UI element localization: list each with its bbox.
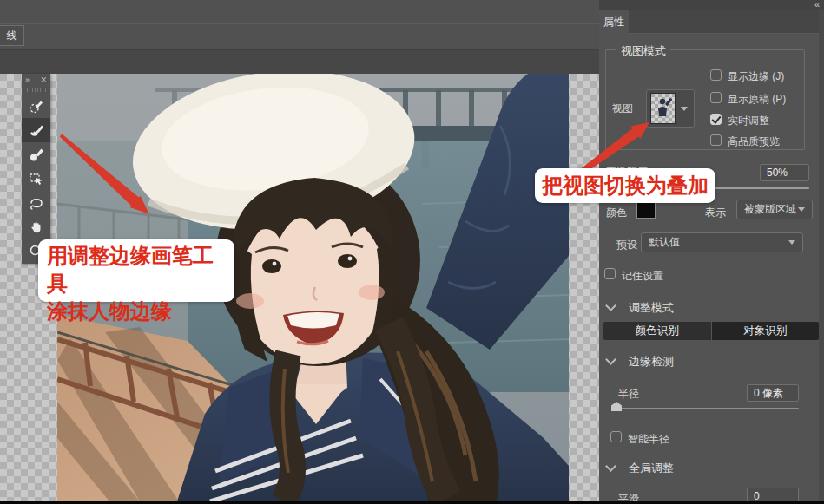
preset-value: 默认值 — [649, 235, 680, 250]
object-selection-tool[interactable] — [22, 167, 50, 191]
checkbox-high-quality-preview[interactable] — [710, 134, 722, 146]
color-aware-button[interactable]: 颜色识别 — [603, 322, 711, 340]
note-line: 把视图切换为叠加 — [542, 172, 709, 200]
checkbox-remember-settings[interactable] — [604, 268, 616, 279]
radius-value[interactable]: 0 像素 — [747, 384, 799, 402]
preset-label: 预设 — [616, 238, 637, 252]
bottom-black-bar — [0, 501, 824, 504]
object-aware-button[interactable]: 对象识别 — [712, 322, 820, 340]
panel-tab-row — [629, 10, 824, 34]
radius-slider-thumb[interactable] — [611, 402, 622, 411]
show-original-label: 显示原稿 (P) — [728, 92, 786, 107]
note-line: 涂抹人物边缘 — [47, 298, 226, 325]
refine-edge-brush-tool[interactable] — [22, 118, 50, 142]
annotation-note-refine-brush: 用调整边缘画笔工具 涂抹人物边缘 — [38, 239, 234, 302]
high-quality-preview-label: 高品质预览 — [728, 134, 780, 149]
smart-radius-label: 智能半径 — [628, 432, 669, 447]
chevron-down-icon — [788, 240, 795, 245]
realtime-refine-label: 实时调整 — [728, 114, 769, 128]
panel-right-edge — [819, 10, 824, 501]
toolbar-grip[interactable] — [27, 88, 46, 92]
photoshop-select-and-mask-window: 线 — [0, 0, 824, 504]
chevron-down-icon — [798, 207, 805, 212]
checkbox-realtime-refine[interactable] — [710, 114, 722, 125]
preset-dropdown[interactable]: 默认值 — [641, 232, 803, 252]
radius-slider[interactable] — [614, 408, 799, 409]
chevron-down-icon — [681, 107, 688, 111]
color-swatch[interactable] — [636, 200, 656, 219]
indicates-label: 表示 — [705, 206, 726, 220]
indicates-dropdown[interactable]: 被蒙版区域 — [736, 200, 813, 219]
properties-panel: « 属性 视图模式 视图 显示边缘 (J) 显示原稿 (P) 实时调整 高品质预… — [599, 0, 824, 504]
refine-mode-segmented: 颜色识别 对象识别 — [603, 322, 819, 340]
collapse-panels-icon[interactable]: « — [814, 0, 819, 10]
view-thumbnail-dropdown[interactable] — [646, 89, 695, 128]
hand-tool[interactable] — [22, 215, 50, 239]
opacity-value[interactable]: 50% — [760, 164, 809, 181]
lasso-tool[interactable] — [22, 191, 50, 215]
view-mode-legend: 视图模式 — [616, 43, 670, 59]
checkbox-smart-radius[interactable] — [610, 431, 622, 442]
brush-tool[interactable] — [22, 142, 50, 167]
checkbox-show-edge[interactable] — [710, 69, 722, 81]
chevron-down-icon[interactable] — [605, 300, 616, 311]
annotation-note-switch-view: 把视图切换为叠加 — [535, 168, 715, 203]
note-line: 用调整边缘画笔工具 — [47, 242, 226, 298]
refine-mode-header[interactable]: 调整模式 — [629, 300, 674, 316]
expand-panel-icon[interactable]: » — [25, 75, 29, 84]
chevron-down-icon[interactable] — [605, 461, 616, 472]
checkbox-show-original[interactable] — [710, 92, 722, 103]
quick-selection-tool[interactable] — [22, 94, 50, 118]
close-icon[interactable]: ✕ — [40, 75, 47, 84]
remember-settings-label: 记住设置 — [622, 269, 663, 284]
chevron-down-icon[interactable] — [605, 354, 616, 365]
indicates-value: 被蒙版区域 — [744, 202, 796, 217]
radius-label: 半径 — [618, 387, 639, 402]
select-mask-toolbar: » ✕ — [22, 74, 50, 264]
view-thumbnail — [650, 93, 676, 124]
global-adjustments-header[interactable]: 全局调整 — [629, 461, 674, 476]
show-edge-label: 显示边缘 (J) — [728, 69, 784, 84]
color-label: 颜色 — [606, 206, 627, 220]
panel-header-strip: « — [599, 0, 824, 10]
document-tab[interactable]: 线 — [0, 25, 24, 46]
view-label: 视图 — [612, 101, 633, 116]
edge-detection-header[interactable]: 边缘检测 — [629, 354, 674, 370]
tab-properties[interactable]: 属性 — [599, 10, 629, 33]
